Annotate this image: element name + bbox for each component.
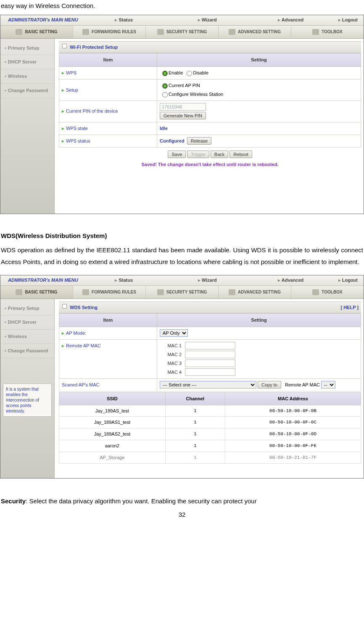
table-row: Jay_189AS_test100-50-18-00-0F-0B	[59, 405, 361, 417]
tab-toolbox-2[interactable]: TOOLBOX	[291, 286, 364, 299]
nav-status[interactable]: ▸Status	[82, 16, 166, 24]
row-scanned-mac-label: Scaned AP's MAC	[59, 378, 157, 391]
tab-advanced-setting[interactable]: ADVANCED SETTING	[219, 26, 291, 38]
admin-menu-title: ADMINISTRATOR's MAIN MENU	[0, 16, 82, 24]
wds-table: ItemSetting ▸AP Mode: AP Only ▸Remote AP…	[59, 313, 361, 391]
security-paragraph: Security: Select the data privacy algori…	[0, 495, 364, 508]
tab-advanced-setting-2[interactable]: ADVANCED SETTING	[219, 286, 291, 299]
table-row: aaron2100-50-18-00-0F-FE	[59, 440, 361, 452]
sub-toolbar: BASIC SETTING FORWARDING RULES SECURITY …	[0, 26, 364, 39]
nav-advanced[interactable]: ▸Advanced	[249, 16, 332, 24]
scan-results-table: SSID Channel MAC Address Jay_189AS_test1…	[59, 392, 361, 464]
remote-mac-slot-select[interactable]: --	[321, 381, 335, 389]
sidebar-item-primary-2[interactable]: •Primary Setup	[0, 301, 54, 316]
release-button[interactable]: Release	[187, 137, 211, 145]
sidebar-item-wireless-2[interactable]: •Wireless	[0, 330, 54, 344]
nav-wizard-2[interactable]: ▸Wizard	[166, 276, 249, 285]
save-button[interactable]: Save	[168, 151, 186, 158]
top-menu-bar: ADMINISTRATOR's MAIN MENU ▸Status ▸Wizar…	[0, 15, 364, 26]
gear-icon	[229, 29, 235, 35]
row-setup-label: ▸Setup	[59, 79, 157, 101]
panel-title-wds: WDS Setting[ HELP ]	[59, 301, 361, 314]
screenshot-wps: ADMINISTRATOR's MAIN MENU ▸Status ▸Wizar…	[0, 15, 364, 214]
arrows-icon	[82, 29, 89, 35]
sidebar-2: •Primary Setup •DHCP Server •Wireless •C…	[0, 299, 55, 478]
toolbox-icon	[312, 289, 319, 295]
sidebar-item-dhcp-2[interactable]: •DHCP Server	[0, 315, 54, 330]
wds-heading: WDS(Wireless Distribution System)	[1, 231, 363, 241]
wps-table: ItemSetting ▸WPS Enable Disable ▸Setup C…	[59, 53, 361, 147]
wps-status-value: Configured	[160, 138, 185, 143]
table-row: Jay_189AS1_test100-50-18-00-0F-0C	[59, 417, 361, 428]
notepad-icon	[16, 29, 22, 35]
page-number: 32	[0, 509, 364, 521]
sidebar: •Primary Setup •DHCP Server •Wireless •C…	[0, 39, 55, 214]
table-row: Jay_189AS2_test100-50-18-00-0F-0D	[59, 428, 361, 440]
shield-icon	[157, 29, 164, 35]
nav-logout-2[interactable]: ▸Logout	[332, 276, 364, 285]
tab-security-setting-2[interactable]: SECURITY SETTING	[146, 286, 219, 299]
square-icon	[62, 304, 67, 309]
setup-current-pin-radio[interactable]	[162, 83, 168, 89]
scanned-mac-select[interactable]: --- Select one ---	[160, 381, 256, 389]
help-link[interactable]: [ HELP ]	[340, 303, 359, 312]
action-bar: Save Trigger Back Reboot	[59, 148, 361, 160]
nav-logout[interactable]: ▸Logout	[332, 16, 364, 24]
reboot-button[interactable]: Reboot	[229, 151, 252, 158]
tab-basic-setting[interactable]: BASIC SETTING	[0, 26, 73, 38]
nav-wizard[interactable]: ▸Wizard	[166, 16, 249, 24]
table-row: AP_Storage100-50-18-21-D1-7F	[59, 452, 361, 464]
row-remote-mac-label: ▸Remote AP MAC	[59, 340, 157, 379]
generate-pin-button[interactable]: Generate New PIN	[160, 112, 206, 119]
row-current-pin-label: ▸Current PIN of the device	[59, 100, 157, 122]
screenshot-wds: ADMINISTRATOR's MAIN MENU ▸Status ▸Wizar…	[0, 275, 364, 479]
tab-security-setting[interactable]: SECURITY SETTING	[146, 26, 219, 38]
saved-message: Saved! The change doesn't take effect un…	[59, 159, 361, 172]
top-menu-bar-2: ADMINISTRATOR's MAIN MENU ▸Status ▸Wizar…	[0, 275, 364, 286]
wps-disable-radio[interactable]	[187, 71, 192, 76]
panel-title-wps: Wi-Fi Protected Setup	[59, 41, 361, 53]
nav-status-2[interactable]: ▸Status	[82, 276, 166, 285]
tab-forwarding-rules-2[interactable]: FORWARDING RULES	[73, 286, 146, 299]
th-setting: Setting	[157, 53, 361, 67]
help-tooltip: It is a system that enables the intercon…	[3, 383, 52, 417]
wds-paragraph: WDS operation as defined by the IEEE802.…	[1, 244, 363, 268]
mac3-input[interactable]	[185, 360, 235, 367]
sidebar-item-change-password-2[interactable]: •Change Password	[0, 344, 54, 358]
mac4-input[interactable]	[185, 368, 235, 376]
intro-line: easy way in Wireless Connection.	[0, 0, 364, 12]
arrows-icon	[82, 289, 89, 295]
sidebar-item-primary[interactable]: •Primary Setup	[0, 41, 54, 56]
copy-to-button[interactable]: Copy to	[258, 381, 281, 389]
setup-configure-station-radio[interactable]	[162, 92, 168, 98]
row-ap-mode-label: ▸AP Mode:	[59, 327, 157, 340]
tab-basic-setting-2[interactable]: BASIC SETTING	[0, 286, 73, 299]
mac1-input[interactable]	[185, 342, 235, 349]
pin-input	[160, 103, 206, 111]
sidebar-item-dhcp[interactable]: •DHCP Server	[0, 55, 54, 69]
square-icon	[62, 44, 67, 48]
row-wps-status-label: ▸WPS status	[59, 135, 157, 147]
mac2-input[interactable]	[185, 351, 235, 358]
gear-icon	[229, 289, 235, 295]
back-button[interactable]: Back	[211, 151, 228, 158]
nav-advanced-2[interactable]: ▸Advanced	[249, 276, 332, 285]
shield-icon	[157, 289, 164, 295]
tab-forwarding-rules[interactable]: FORWARDING RULES	[73, 26, 146, 38]
notepad-icon	[16, 289, 22, 295]
th-item: Item	[59, 53, 157, 67]
row-wps-label: ▸WPS	[59, 67, 157, 79]
tab-toolbox[interactable]: TOOLBOX	[291, 26, 364, 38]
sidebar-item-wireless[interactable]: •Wireless	[0, 69, 54, 84]
wps-state-value: Idle	[160, 126, 168, 131]
wps-enable-radio[interactable]	[162, 71, 168, 76]
trigger-button[interactable]: Trigger	[187, 151, 209, 158]
sidebar-item-change-password[interactable]: •Change Password	[0, 84, 54, 98]
ap-mode-select[interactable]: AP Only	[160, 329, 188, 337]
row-wps-state-label: ▸WPS state	[59, 122, 157, 135]
toolbox-icon	[312, 29, 319, 35]
